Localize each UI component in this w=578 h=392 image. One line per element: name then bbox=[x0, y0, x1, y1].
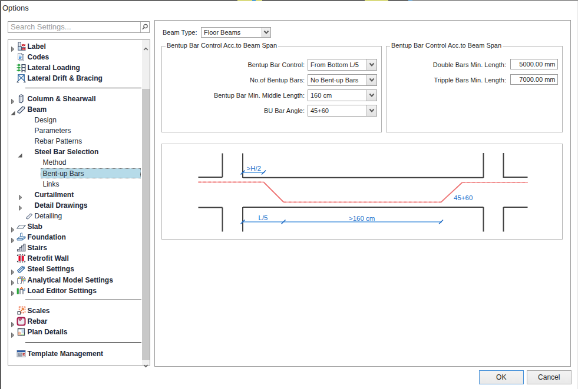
svg-text:L/5: L/5 bbox=[258, 214, 267, 221]
svg-text:>H/2: >H/2 bbox=[246, 165, 261, 172]
svg-text:45+60: 45+60 bbox=[454, 194, 473, 201]
svg-text:>160 cm: >160 cm bbox=[349, 214, 375, 221]
